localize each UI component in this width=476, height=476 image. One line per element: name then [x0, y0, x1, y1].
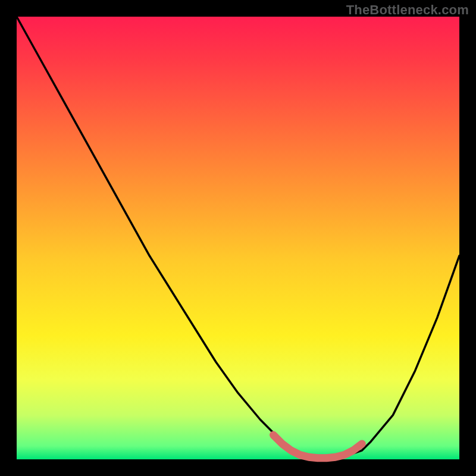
bottleneck-chart-svg [17, 17, 459, 459]
bottleneck-curve-line [17, 17, 459, 459]
plot-area [17, 17, 459, 459]
watermark-text: TheBottleneck.com [346, 2, 469, 18]
chart-frame: TheBottleneck.com [0, 0, 476, 476]
minimum-highlight-line [274, 435, 362, 458]
